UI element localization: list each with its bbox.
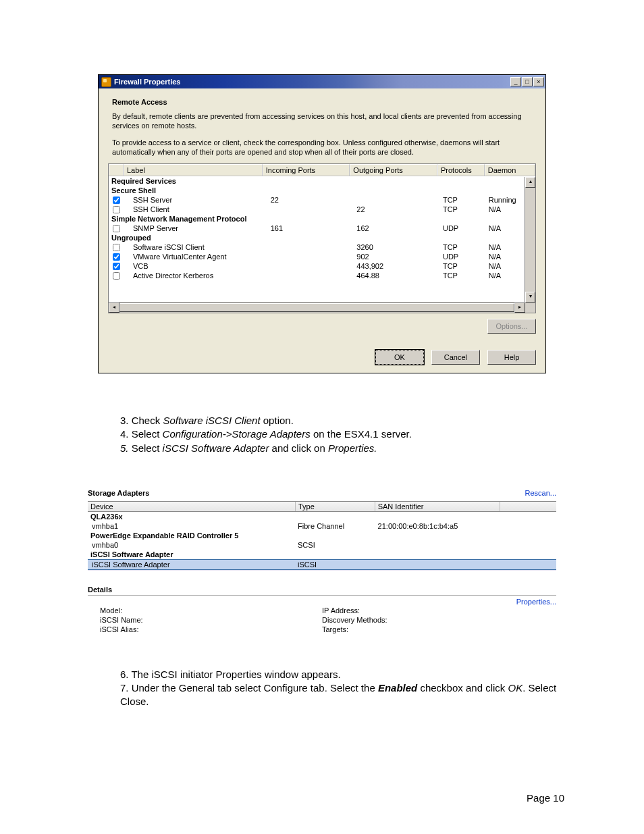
adapter-san — [374, 540, 499, 550]
maximize-button[interactable]: □ — [522, 77, 533, 86]
service-group: Required Services — [109, 176, 535, 186]
service-row[interactable]: VMware VirtualCenter Agent902UDPN/A — [109, 252, 535, 261]
scroll-up-icon[interactable]: ▴ — [525, 177, 535, 188]
service-checkbox[interactable] — [113, 272, 120, 280]
service-outgoing: 443,902 — [354, 262, 440, 270]
details-grid: Model: iSCSI Name: iSCSI Alias: IP Addre… — [88, 606, 556, 634]
adapter-device: vmhba1 — [88, 521, 294, 531]
col-incoming[interactable]: Incoming Ports — [263, 164, 350, 176]
service-group-label: Required Services — [109, 177, 179, 185]
service-checkbox-cell[interactable] — [109, 253, 124, 261]
adapter-row[interactable]: vmhba1Fibre Channel21:00:00:e0:8b:1c:b4:… — [88, 521, 556, 531]
adapter-device: iSCSI Software Adapter — [88, 560, 294, 569]
service-checkbox-cell[interactable] — [109, 244, 124, 251]
step-6: 6. The iSCSI initiator Properties window… — [120, 668, 564, 681]
label-iscsi-alias: iSCSI Alias: — [100, 625, 322, 634]
col-san[interactable]: SAN Identifier — [375, 502, 501, 511]
service-outgoing: 3260 — [354, 243, 440, 251]
adapter-group: iSCSI Software Adapter — [88, 550, 556, 559]
col-outgoing[interactable]: Outgoing Ports — [350, 164, 437, 176]
service-label: SSH Client — [124, 205, 268, 213]
step-7-c: checkbox and click — [417, 682, 508, 694]
step-5-num: 5. — [120, 442, 129, 454]
window-title: Firewall Properties — [114, 78, 180, 86]
service-checkbox[interactable] — [113, 225, 120, 232]
adapter-type: iSCSI — [294, 560, 374, 569]
service-checkbox-cell[interactable] — [109, 197, 124, 204]
cancel-button[interactable]: Cancel — [431, 350, 480, 365]
adapter-group: QLA236x — [88, 512, 556, 521]
storage-adapters-title: Storage Adapters — [88, 489, 149, 497]
step-7-ok: OK — [508, 682, 523, 694]
step-5-italic1: iSCSI Software Adapter — [163, 442, 269, 454]
service-checkbox-cell[interactable] — [109, 272, 124, 280]
service-row[interactable]: Software iSCSI Client3260TCPN/A — [109, 242, 535, 252]
service-row[interactable]: SSH Server22TCPRunning — [109, 195, 535, 205]
label-targets: Targets: — [322, 625, 544, 634]
adapter-row[interactable]: iSCSI Software AdapteriSCSI — [88, 559, 556, 570]
service-checkbox[interactable] — [113, 244, 120, 251]
service-checkbox[interactable] — [113, 253, 120, 261]
adapter-row[interactable]: vmhba0SCSI — [88, 540, 556, 550]
step-5-italic2: Properties. — [328, 442, 377, 454]
step-5-mid: and click on — [269, 442, 328, 454]
col-device[interactable]: Device — [88, 502, 296, 511]
col-protocols[interactable]: Protocols — [437, 164, 485, 176]
service-checkbox[interactable] — [113, 206, 120, 213]
properties-link[interactable]: Properties... — [516, 598, 556, 606]
service-incoming: 22 — [268, 196, 354, 204]
service-row[interactable]: SNMP Server161162UDPN/A — [109, 224, 535, 233]
scroll-right-icon[interactable]: ▸ — [514, 303, 525, 313]
service-label: Active Director Kerberos — [124, 271, 268, 280]
options-button[interactable]: Options... — [487, 319, 536, 334]
service-label: VMware VirtualCenter Agent — [124, 253, 268, 261]
service-group: Simple Network Management Protocol — [109, 214, 535, 224]
service-checkbox[interactable] — [113, 263, 120, 270]
service-protocol: TCP — [440, 271, 486, 280]
col-type[interactable]: Type — [296, 502, 375, 511]
service-group-label: Simple Network Management Protocol — [109, 215, 249, 223]
service-row[interactable]: VCB443,902TCPN/A — [109, 261, 535, 271]
ok-button[interactable]: OK — [375, 350, 424, 365]
service-row[interactable]: Active Director Kerberos464.88TCPN/A — [109, 271, 535, 280]
scroll-left-icon[interactable]: ◂ — [109, 303, 119, 313]
col-label[interactable]: Label — [124, 164, 263, 176]
adapter-group-label: iSCSI Software Adapter — [88, 550, 556, 559]
step-4-text: 4. Select — [120, 428, 163, 440]
adapter-group-label: PowerEdge Expandable RAID Controller 5 — [88, 531, 556, 540]
step-3-text: 3. Check — [120, 415, 163, 426]
step-5-text: Select — [129, 442, 163, 454]
minimize-button[interactable]: _ — [510, 77, 521, 86]
service-label: SSH Server — [124, 196, 268, 204]
step-7-a: 7. Under the General tab select Configur… — [120, 682, 378, 694]
services-table: Label Incoming Ports Outgoing Ports Prot… — [108, 163, 536, 313]
adapter-group-label: QLA236x — [88, 512, 556, 521]
service-protocol: TCP — [440, 205, 486, 213]
details-heading: Details — [88, 585, 556, 596]
label-model: Model: — [100, 606, 322, 615]
scroll-down-icon[interactable]: ▾ — [525, 292, 535, 303]
instruction-block-2: 6. The iSCSI initiator Properties window… — [120, 668, 564, 709]
service-protocol: UDP — [440, 224, 486, 232]
service-label: VCB — [124, 262, 268, 270]
service-checkbox-cell[interactable] — [109, 263, 124, 270]
instruction-block-1: 3. Check Software iSCSI Client option. 4… — [120, 414, 564, 455]
scroll-corner — [525, 303, 535, 313]
service-checkbox-cell[interactable] — [109, 206, 124, 213]
service-row[interactable]: SSH Client22TCPN/A — [109, 205, 535, 214]
close-button[interactable]: × — [533, 77, 544, 86]
service-checkbox[interactable] — [113, 197, 120, 204]
service-outgoing: 902 — [354, 253, 440, 261]
scroll-thumb[interactable] — [119, 303, 514, 312]
adapter-type: Fibre Channel — [294, 521, 374, 531]
service-checkbox-cell[interactable] — [109, 225, 124, 232]
horizontal-scrollbar[interactable]: ◂ ▸ — [109, 302, 525, 313]
step-4-italic: Configuration->Storage Adapters — [163, 428, 311, 440]
service-group-label: Ungrouped — [109, 234, 154, 242]
help-button[interactable]: Help — [487, 350, 536, 365]
col-daemon[interactable]: Daemon — [485, 164, 535, 176]
service-protocol: TCP — [440, 243, 486, 251]
rescan-link[interactable]: Rescan... — [525, 489, 556, 497]
vertical-scrollbar[interactable]: ▴ ▾ — [525, 177, 535, 303]
service-protocol: TCP — [440, 262, 486, 270]
